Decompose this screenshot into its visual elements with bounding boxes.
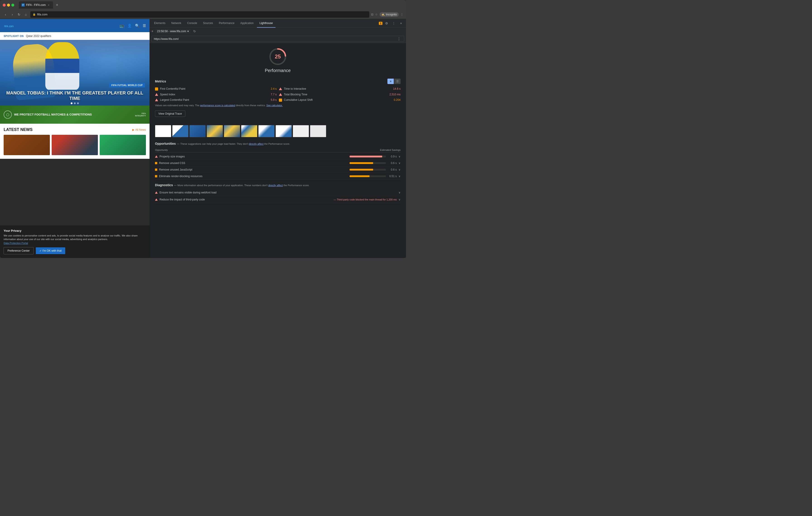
devtools-more-icon[interactable]: ⋮ (390, 20, 397, 27)
devtools-tab-console[interactable]: Console (184, 19, 200, 28)
menu-icon[interactable]: ⋮ (401, 13, 403, 16)
address-bar: ‹ › ↻ ⌂ 🔒 fifa.com ⊡ ☆ 🕵 Incognito ⋮ (0, 10, 406, 19)
devtools-session-bar[interactable]: 23:56:58 - www.fifa.com ▾ (155, 29, 191, 33)
metric-tti: Time to Interactive 14.6 s (279, 87, 401, 91)
devtools-tab-application[interactable]: Application (238, 19, 257, 28)
devtools-tab-performance[interactable]: Performance (216, 19, 237, 28)
main-content: FIFA.com 📺 👤 🔍 ☰ SPOTLIGHT ON Qatar 2022… (0, 19, 406, 258)
cast-icon: ⊡ (371, 13, 373, 16)
devtools-refresh-icon[interactable]: ↻ (192, 29, 197, 33)
toggle-list-button[interactable]: ☰ (394, 79, 401, 84)
metric-lcp: Largest Contentful Paint 5.9 s (155, 98, 277, 102)
all-news-link[interactable]: ▶ All News (132, 128, 146, 131)
fifa-logo-suffix: .com (8, 25, 13, 28)
fifa-logo: FIFA.com (4, 23, 13, 29)
browser-tab[interactable]: F FIFA - FIFA.com × (19, 1, 53, 9)
tab-close-button[interactable]: × (47, 3, 50, 6)
address-input[interactable]: 🔒 fifa.com (30, 11, 369, 18)
minimize-traffic-light[interactable] (7, 4, 10, 6)
cookie-banner: Your Privacy We use cookies to personali… (0, 225, 149, 258)
opp-item-render-blocking[interactable]: Eliminate render-blocking resources 0.51… (155, 173, 401, 180)
filmstrip-frame-1 (172, 125, 188, 137)
metric-cls-value: 0.204 (394, 98, 401, 101)
news-title: LATEST NEWS (4, 127, 33, 132)
diag-item-webfont[interactable]: Ensure text remains visible during webfo… (155, 189, 401, 196)
metric-si-label: Speed Index (160, 93, 269, 96)
metric-tti-value: 14.6 s (393, 87, 401, 90)
nav-buttons: ‹ › ↻ ⌂ (3, 12, 29, 17)
opp-bar-fill-2 (350, 162, 373, 164)
hero-dot-1[interactable] (71, 102, 72, 104)
opp-item-css[interactable]: Remove unused CSS 0.6 s ∨ (155, 160, 401, 166)
devtools-close-icon[interactable]: × (398, 20, 404, 27)
close-traffic-light[interactable] (3, 4, 6, 6)
back-button[interactable]: ‹ (3, 12, 8, 17)
score-section: 25 Performance (155, 48, 401, 73)
diagnostics-section: Diagnostics — More information about the… (155, 183, 401, 203)
metric-fcp-label: First Contentful Paint (160, 87, 269, 90)
metric-tti-label: Time to Interactive (284, 87, 391, 90)
metric-si-icon (155, 93, 158, 96)
opp-item-images[interactable]: Properly size images 0.9 s ∨ (155, 153, 401, 160)
integrity-sublabel: INTEGRITY (135, 115, 146, 117)
devtools-settings-icon[interactable]: ⚙ (383, 20, 390, 27)
incognito-icon: 🕵 (381, 13, 385, 16)
devtools-url-display: https://www.fifa.com/ ⋮ (151, 36, 404, 42)
diag-item-third-party[interactable]: Reduce the impact of third-party code — … (155, 196, 401, 203)
forward-button[interactable]: › (9, 12, 15, 17)
opportunities-dash: — (177, 142, 179, 145)
ok-button[interactable]: ✓ I'm OK with that (36, 247, 65, 254)
integrity-banner: ⬡ WE PROTECT FOOTBALL MATCHES & COMPETIT… (0, 105, 149, 124)
filmstrip-frame-4 (224, 125, 240, 137)
opp-bar-3 (350, 169, 386, 171)
tv-icon[interactable]: 📺 (120, 24, 124, 28)
devtools-dropdown-icon: ▾ (187, 30, 189, 33)
cookie-text: We use cookies to personalise content an… (4, 234, 146, 245)
devtools-url-menu-icon[interactable]: ⋮ (396, 37, 402, 41)
home-button[interactable]: ⌂ (23, 12, 29, 17)
metric-cls-icon (279, 98, 282, 102)
reload-button[interactable]: ↻ (16, 12, 22, 17)
opp-square-icon-3 (155, 169, 157, 171)
traffic-lights (3, 4, 14, 6)
metrics-grid: First Contentful Paint 2.4 s Time to Int… (155, 87, 401, 102)
opp-square-icon-2 (155, 162, 157, 164)
opp-item-js[interactable]: Remove unused JavaScript 0.6 s ∨ (155, 166, 401, 173)
directly-affect-link-diag[interactable]: directly affect (268, 184, 283, 187)
hero-tag: FIFA FUTSAL WORLD CUP (109, 83, 145, 87)
toggle-grid-button[interactable]: ≡ (387, 79, 394, 84)
lighthouse-content[interactable]: 25 Performance Metrics ≡ ☰ (149, 43, 406, 258)
filmstrip-frame-2 (190, 125, 206, 137)
profile-icon[interactable]: 👤 (127, 24, 132, 28)
see-calculator-link[interactable]: See calculator. (266, 104, 283, 107)
data-protection-link[interactable]: Data Protection Portal (4, 242, 28, 244)
maximize-traffic-light[interactable] (11, 4, 14, 6)
directly-affect-link-opp[interactable]: directly affect (249, 143, 264, 145)
opportunities-title: Opportunities (155, 142, 176, 145)
menu-hamburger-icon[interactable]: ☰ (143, 24, 146, 28)
preference-center-button[interactable]: Preference Center (4, 247, 33, 254)
devtools-header: Elements Network Console Sources Perform… (149, 19, 406, 43)
news-thumb-1[interactable] (4, 135, 50, 155)
tab-favicon: F (22, 3, 25, 6)
diag-name-1: Ensure text remains visible during webfo… (160, 191, 397, 194)
news-thumb-3[interactable] (100, 135, 146, 155)
search-icon[interactable]: 🔍 (135, 24, 140, 28)
metric-si-value: 7.7 s (271, 93, 277, 96)
spotlight-bar: SPOTLIGHT ON Qatar 2022 qualifiers (0, 32, 149, 40)
opp-bar-fill-3 (350, 169, 373, 171)
metrics-note: Values are estimated and may vary. The p… (155, 103, 401, 108)
devtools-add-icon[interactable]: + (151, 29, 153, 33)
devtools-tab-lighthouse[interactable]: Lighthouse (257, 19, 276, 28)
fifa-header: FIFA.com 📺 👤 🔍 ☰ (0, 19, 149, 32)
devtools-tab-sources[interactable]: Sources (200, 19, 216, 28)
hero-dot-3[interactable] (77, 102, 79, 104)
view-original-trace-button[interactable]: View Original Trace (155, 111, 185, 117)
hero-dot-2[interactable] (74, 102, 76, 104)
perf-score-link[interactable]: performance score is calculated (200, 104, 235, 107)
news-thumb-2[interactable] (52, 135, 98, 155)
filmstrip-frame-0 (155, 125, 171, 137)
devtools-tab-elements[interactable]: Elements (151, 19, 168, 28)
devtools-tab-network[interactable]: Network (169, 19, 184, 28)
new-tab-button[interactable]: + (54, 2, 60, 8)
